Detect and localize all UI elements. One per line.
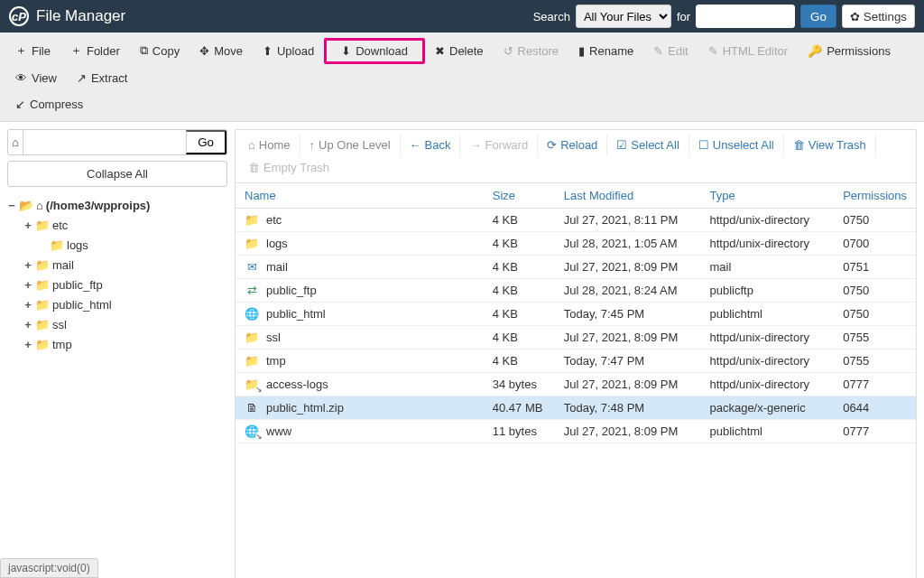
empty-trash-button: 🗑Empty Trash — [239, 156, 338, 179]
search-go-button[interactable]: Go — [800, 5, 836, 28]
tree-item-mail[interactable]: +📁mail — [7, 256, 227, 275]
view-trash-button[interactable]: 🗑View Trash — [784, 134, 876, 156]
file-button[interactable]: ＋File — [5, 36, 60, 65]
cell-size: 4 KB — [484, 209, 555, 232]
tree-item-tmp[interactable]: +📁tmp — [7, 335, 227, 355]
tree-item-label: public_html — [52, 296, 112, 314]
folder-icon: 📁 — [35, 336, 50, 354]
tree-root[interactable]: − 📂 ⌂ (/home3/wpproips) — [7, 196, 227, 216]
tree-item-label: mail — [52, 256, 74, 275]
tree-item-logs[interactable]: 📁logs — [7, 236, 227, 256]
col-perm[interactable]: Permissions — [834, 183, 916, 209]
settings-button[interactable]: ✿ Settings — [842, 5, 915, 28]
html-editor-icon: ✎ — [708, 44, 718, 58]
cell-perm: 0644 — [834, 396, 916, 420]
cell-type: httpd/unix-directory — [700, 373, 834, 396]
table-row[interactable]: ✉mail4 KBJul 27, 2021, 8:09 PMmail0751 — [236, 256, 916, 279]
col-type[interactable]: Type — [700, 183, 834, 209]
collapse-all-button[interactable]: Collapse All — [7, 161, 227, 187]
cell-modified: Jul 28, 2021, 1:05 AM — [555, 232, 701, 256]
sidebar: ⌂ Go Collapse All − 📂 ⌂ (/home3/wpproips… — [0, 122, 235, 578]
gear-icon: ✿ — [850, 10, 860, 23]
uncheck-icon: ☐ — [698, 138, 709, 152]
extract-button[interactable]: ↗Extract — [67, 65, 137, 91]
table-row[interactable]: 🌐public_html4 KBToday, 7:45 PMpublichtml… — [236, 303, 916, 326]
upload-icon: ⬆ — [263, 44, 273, 58]
download-button[interactable]: ⬇Download — [324, 38, 425, 64]
tree-item-label: public_ftp — [52, 276, 103, 294]
table-row[interactable]: ⇄public_ftp4 KBJul 28, 2021, 8:24 AMpubl… — [236, 279, 916, 303]
move-button[interactable]: ✥Move — [189, 38, 253, 64]
trash-icon: 🗑 — [793, 138, 805, 152]
cell-modified: Jul 27, 2021, 8:09 PM — [555, 326, 701, 350]
col-size[interactable]: Size — [484, 183, 555, 209]
copy-button[interactable]: ⧉Copy — [130, 37, 189, 64]
table-row[interactable]: 🗎public_html.zip40.47 MBToday, 7:48 PMpa… — [236, 396, 916, 420]
view-button[interactable]: 👁View — [5, 65, 67, 91]
search-scope-select[interactable]: All Your Files — [576, 5, 671, 28]
expand-icon[interactable]: + — [23, 296, 32, 314]
cell-modified: Jul 27, 2021, 8:11 PM — [555, 209, 701, 232]
compress-button[interactable]: ↙Compress — [5, 91, 93, 117]
search-input[interactable] — [696, 5, 795, 28]
copy-icon: ⧉ — [140, 43, 148, 58]
collapse-icon[interactable]: − — [7, 197, 16, 215]
globe-icon: 🌐 — [245, 307, 259, 321]
expand-icon[interactable]: + — [23, 316, 32, 334]
table-row[interactable]: 📁ssl4 KBJul 27, 2021, 8:09 PMhttpd/unix-… — [236, 326, 916, 350]
reload-icon: ⟳ — [547, 138, 557, 152]
up-one-level-button[interactable]: ↑Up One Level — [300, 134, 401, 156]
expand-icon[interactable]: + — [23, 217, 32, 235]
home-path-button[interactable]: ⌂ — [8, 130, 23, 154]
file-name: ssl — [266, 331, 281, 344]
cell-type: httpd/unix-directory — [700, 209, 834, 232]
delete-button[interactable]: ✖Delete — [425, 38, 494, 64]
col-modified[interactable]: Last Modified — [555, 183, 701, 209]
unselect-all-button[interactable]: ☐Unselect All — [689, 134, 784, 156]
folder-icon: 📁 — [50, 237, 64, 255]
download-icon: ⬇ — [341, 44, 351, 58]
tree-item-ssl[interactable]: +📁ssl — [7, 315, 227, 335]
mail-icon: ✉ — [245, 260, 259, 274]
expand-icon[interactable]: + — [23, 256, 32, 275]
tree-item-public_html[interactable]: +📁public_html — [7, 295, 227, 315]
file-table: Name Size Last Modified Type Permissions… — [236, 183, 916, 443]
cell-modified: Jul 27, 2021, 8:09 PM — [555, 420, 701, 443]
move-icon: ✥ — [199, 44, 209, 58]
main-toolbar: ＋File ＋Folder ⧉Copy ✥Move ⬆Upload ⬇Downl… — [0, 33, 924, 122]
cell-size: 11 bytes — [484, 420, 555, 443]
cell-modified: Jul 27, 2021, 8:09 PM — [555, 256, 701, 279]
reload-button[interactable]: ⟳Reload — [538, 134, 607, 156]
expand-icon[interactable]: + — [23, 276, 32, 294]
select-all-button[interactable]: ☑Select All — [607, 134, 688, 156]
folder-button[interactable]: ＋Folder — [60, 36, 130, 65]
path-go-button[interactable]: Go — [186, 130, 226, 154]
html-editor-button: ✎HTML Editor — [698, 38, 798, 64]
folder-open-icon: 📂 — [19, 197, 33, 215]
cell-perm: 0777 — [834, 420, 916, 443]
table-row[interactable]: 📁access-logs34 bytesJul 27, 2021, 8:09 P… — [236, 373, 916, 396]
table-row[interactable]: 📁logs4 KBJul 28, 2021, 1:05 AMhttpd/unix… — [236, 232, 916, 256]
path-input[interactable] — [23, 130, 186, 154]
folder-icon: 📁 — [245, 331, 259, 344]
folder-tree: − 📂 ⌂ (/home3/wpproips) +📁etc📁logs+📁mail… — [7, 196, 227, 355]
home-button[interactable]: ⌂Home — [239, 134, 300, 156]
tree-item-public_ftp[interactable]: +📁public_ftp — [7, 275, 227, 295]
permissions-button[interactable]: 🔑Permissions — [798, 38, 901, 64]
settings-label: Settings — [864, 10, 907, 23]
back-button[interactable]: ←Back — [401, 134, 461, 156]
table-row[interactable]: 📁etc4 KBJul 27, 2021, 8:11 PMhttpd/unix-… — [236, 209, 916, 232]
cell-type: httpd/unix-directory — [700, 326, 834, 350]
col-name[interactable]: Name — [236, 183, 484, 209]
cell-perm: 0750 — [834, 303, 916, 326]
folder-link-icon: 📁 — [245, 378, 259, 391]
status-bar: javascript:void(0) — [0, 558, 98, 578]
upload-button[interactable]: ⬆Upload — [253, 38, 324, 64]
tree-item-label: logs — [67, 237, 88, 255]
expand-icon[interactable]: + — [23, 336, 32, 354]
table-row[interactable]: 🌐www11 bytesJul 27, 2021, 8:09 PMpublich… — [236, 420, 916, 443]
rename-button[interactable]: ▮Rename — [568, 38, 643, 64]
table-row[interactable]: 📁tmp4 KBToday, 7:47 PMhttpd/unix-directo… — [236, 350, 916, 373]
folder-icon: 📁 — [35, 276, 50, 294]
tree-item-etc[interactable]: +📁etc — [7, 216, 227, 236]
